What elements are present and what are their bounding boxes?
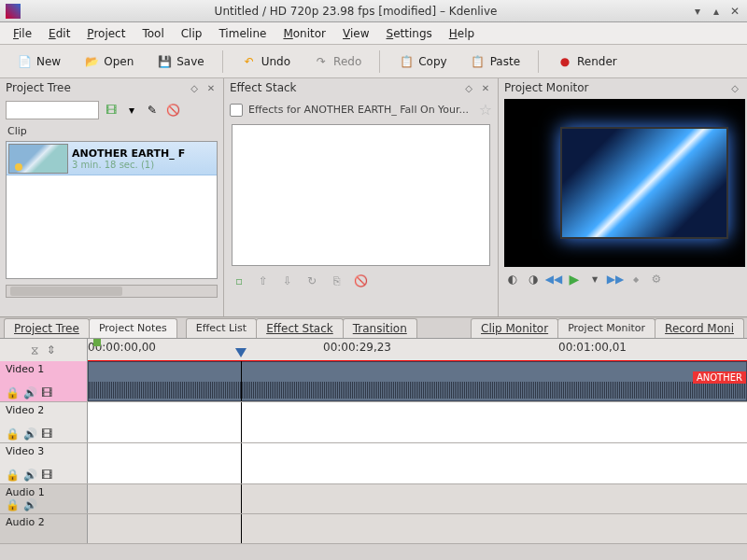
menu-view[interactable]: View bbox=[335, 25, 376, 42]
undo-icon: ↶ bbox=[241, 53, 258, 70]
undo-button[interactable]: ↶Undo bbox=[233, 49, 299, 75]
playhead-icon[interactable] bbox=[235, 348, 247, 357]
menu-timeline[interactable]: Timeline bbox=[211, 25, 274, 42]
track-body-audio-1[interactable] bbox=[88, 484, 747, 513]
open-button[interactable]: 📂Open bbox=[75, 49, 142, 75]
paste-button[interactable]: 📋Paste bbox=[461, 49, 529, 75]
tab-effect-stack[interactable]: Effect Stack bbox=[256, 318, 344, 338]
search-input[interactable] bbox=[6, 101, 99, 119]
track-header-video-3[interactable]: Video 3 🔒🔊🎞 bbox=[0, 443, 88, 483]
clip-item[interactable]: ANOTHER EARTH_ F 3 min. 18 sec. (1) bbox=[7, 142, 217, 175]
effects-checkbox[interactable] bbox=[230, 104, 243, 117]
menu-monitor[interactable]: Monitor bbox=[275, 25, 333, 42]
track-header-video-1[interactable]: Video 1 🔒🔊🎞 bbox=[0, 361, 88, 401]
redo-button[interactable]: ↷Redo bbox=[304, 49, 370, 75]
favorite-icon[interactable]: ☆ bbox=[479, 101, 492, 119]
copy-button[interactable]: 📋Copy bbox=[389, 49, 455, 75]
undock-icon[interactable]: ◇ bbox=[462, 81, 475, 94]
menu-settings[interactable]: Settings bbox=[379, 25, 440, 42]
track-body-video-3[interactable] bbox=[88, 443, 747, 483]
menu-tool[interactable]: Tool bbox=[134, 25, 171, 42]
copy-icon: 📋 bbox=[398, 53, 415, 70]
tab-record-monitor[interactable]: Record Moni bbox=[655, 318, 744, 338]
move-down-icon[interactable]: ⇩ bbox=[280, 273, 295, 288]
open-icon: 📂 bbox=[83, 53, 100, 70]
redo-icon: ↷ bbox=[313, 53, 330, 70]
video-icon[interactable]: 🎞 bbox=[41, 469, 52, 482]
timeline-ruler[interactable]: ⧖ ⇕ 00:00:00,00 00:00:29,23 00:01:00,01 bbox=[0, 339, 747, 361]
video-icon[interactable]: 🎞 bbox=[41, 386, 52, 399]
in-marker[interactable] bbox=[93, 339, 101, 346]
edit-icon[interactable]: ✎ bbox=[144, 102, 161, 119]
tab-clip-monitor[interactable]: Clip Monitor bbox=[471, 318, 558, 338]
lock-icon[interactable]: 🔒 bbox=[6, 386, 20, 399]
video-icon[interactable]: 🎞 bbox=[41, 427, 52, 441]
render-button[interactable]: ●Render bbox=[548, 49, 626, 75]
out-point-icon[interactable]: ◑ bbox=[525, 271, 542, 287]
track-header-video-2[interactable]: Video 2 🔒🔊🎞 bbox=[0, 402, 88, 442]
track-header-audio-1[interactable]: Audio 1 🔒🔊 bbox=[0, 484, 88, 513]
tab-project-tree[interactable]: Project Tree bbox=[4, 318, 90, 338]
new-button[interactable]: 📄New bbox=[7, 49, 69, 75]
track-video-1: Video 1 🔒🔊🎞 ANOTHER bbox=[0, 361, 747, 402]
marker-icon[interactable]: ◆ bbox=[627, 271, 644, 287]
effects-for-label: Effects for ANOTHER EARTH_ Fall On Your.… bbox=[248, 104, 473, 116]
delete-effect-icon[interactable]: 🚫 bbox=[353, 273, 368, 288]
menu-help[interactable]: Help bbox=[442, 25, 482, 42]
waveform bbox=[89, 382, 746, 399]
close-button[interactable]: ✕ bbox=[728, 5, 741, 18]
track-body-video-1[interactable]: ANOTHER bbox=[88, 361, 747, 401]
track-label: Video 2 bbox=[6, 404, 81, 416]
maximize-button[interactable]: ▴ bbox=[710, 5, 723, 18]
menu-file[interactable]: File bbox=[6, 25, 39, 42]
clip-column-header[interactable]: Clip bbox=[0, 123, 223, 139]
close-panel-icon[interactable]: ✕ bbox=[204, 81, 218, 94]
lock-icon[interactable]: 🔒 bbox=[6, 498, 20, 511]
mute-icon[interactable]: 🔊 bbox=[23, 427, 37, 441]
add-effect-icon[interactable]: ▫ bbox=[232, 273, 247, 288]
undock-icon[interactable]: ◇ bbox=[728, 81, 741, 94]
track-body-audio-2[interactable] bbox=[88, 514, 747, 543]
rewind-icon[interactable]: ◀◀ bbox=[545, 271, 562, 287]
reset-icon[interactable]: ↻ bbox=[304, 273, 319, 288]
save-button[interactable]: 💾Save bbox=[148, 49, 212, 75]
dropdown-icon[interactable]: ▾ bbox=[123, 102, 140, 119]
in-point-icon[interactable]: ◐ bbox=[504, 271, 521, 287]
menu-edit[interactable]: Edit bbox=[41, 25, 78, 42]
move-up-icon[interactable]: ⇧ bbox=[256, 273, 271, 288]
save-effect-icon[interactable]: ⎘ bbox=[329, 273, 344, 288]
lock-icon[interactable]: 🔒 bbox=[6, 469, 20, 482]
undock-icon[interactable]: ◇ bbox=[188, 81, 201, 94]
tab-effect-list[interactable]: Effect List bbox=[186, 318, 257, 338]
mute-icon[interactable]: 🔊 bbox=[23, 469, 37, 482]
timeline-clip-main[interactable]: ANOTHER bbox=[88, 361, 747, 401]
horizontal-scrollbar[interactable] bbox=[6, 285, 218, 298]
track-header-audio-2[interactable]: Audio 2 bbox=[0, 514, 88, 543]
menu-project[interactable]: Project bbox=[79, 25, 133, 42]
tab-project-notes[interactable]: Project Notes bbox=[89, 318, 177, 338]
monitor-viewport[interactable] bbox=[504, 99, 745, 267]
lock-icon[interactable]: 🔒 bbox=[6, 427, 20, 441]
close-panel-icon[interactable]: ✕ bbox=[479, 81, 492, 94]
tab-transition[interactable]: Transition bbox=[343, 318, 417, 338]
expand-icon[interactable]: ⇕ bbox=[46, 343, 55, 357]
delete-icon[interactable]: 🚫 bbox=[164, 102, 181, 119]
track-label: Audio 1 bbox=[6, 486, 81, 498]
forward-icon[interactable]: ▶▶ bbox=[607, 271, 624, 287]
separator bbox=[379, 50, 380, 73]
menu-clip[interactable]: Clip bbox=[174, 25, 210, 42]
tab-project-monitor[interactable]: Project Monitor bbox=[557, 318, 655, 338]
mute-icon[interactable]: 🔊 bbox=[23, 498, 37, 511]
mute-icon[interactable]: 🔊 bbox=[23, 386, 37, 399]
track-body-video-2[interactable] bbox=[88, 402, 747, 442]
add-clip-icon[interactable]: 🎞 bbox=[103, 102, 120, 119]
play-icon[interactable]: ▶ bbox=[566, 271, 583, 287]
options-icon[interactable]: ⚙ bbox=[648, 271, 665, 287]
save-icon: 💾 bbox=[156, 53, 173, 70]
minimize-button[interactable]: ▾ bbox=[691, 5, 704, 18]
clip-duration: 3 min. 18 sec. (1) bbox=[72, 160, 185, 170]
window-title: Untitled / HD 720p 23.98 fps [modified] … bbox=[26, 5, 685, 18]
zoom-fit-icon[interactable]: ⧖ bbox=[31, 343, 38, 357]
play-dropdown-icon[interactable]: ▼ bbox=[586, 271, 603, 287]
effect-stack-header: Effect Stack ◇ ✕ bbox=[224, 78, 498, 97]
